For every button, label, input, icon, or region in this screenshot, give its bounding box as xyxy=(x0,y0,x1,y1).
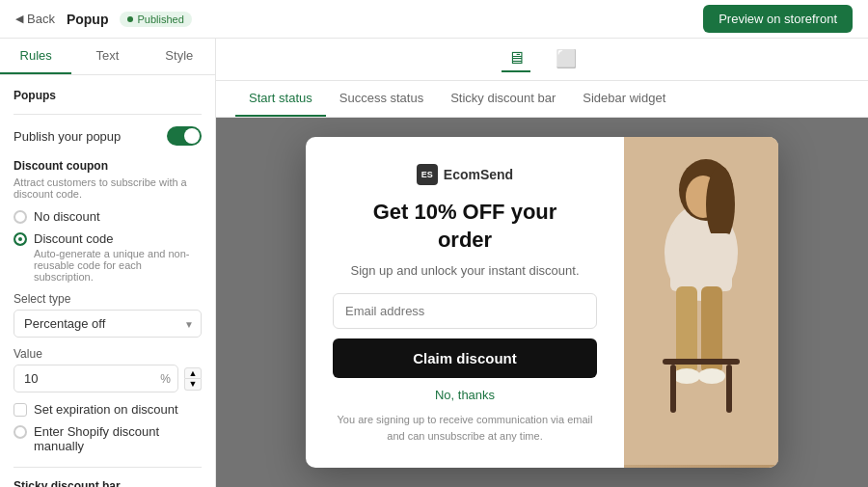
left-tabs: Rules Text Style xyxy=(0,39,215,75)
sticky-bar-label: Sticky discount bar xyxy=(14,479,202,487)
radio-no-discount[interactable]: No discount xyxy=(14,209,202,224)
popup-heading-line2: order xyxy=(438,228,492,252)
radio-no-discount-label: No discount xyxy=(34,209,100,224)
svg-rect-10 xyxy=(663,359,740,365)
radio-discount-code-text: Discount code Auto-generate a unique and… xyxy=(34,231,202,283)
back-button[interactable]: ◀ Back xyxy=(15,12,55,26)
popup-modal: ES EcomSend Get 10% OFF your order Sign … xyxy=(306,137,778,468)
radio-discount-code[interactable]: Discount code Auto-generate a unique and… xyxy=(14,231,202,283)
left-panel: Rules Text Style Popups Publish your pop… xyxy=(0,39,216,487)
divider-1 xyxy=(14,114,202,115)
logo-name: EcomSend xyxy=(444,167,513,182)
top-header: ◀ Back Popup Published Preview on storef… xyxy=(0,0,868,39)
popup-right-image xyxy=(624,137,778,468)
svg-rect-5 xyxy=(670,233,732,291)
svg-rect-11 xyxy=(670,365,676,413)
person-svg xyxy=(624,137,778,465)
tab-text[interactable]: Text xyxy=(71,39,143,74)
discount-radio-group: No discount Discount code Auto-generate … xyxy=(14,209,202,283)
right-tabs: Start status Success status Sticky disco… xyxy=(216,81,868,117)
popup-heading-line1: Get 10% OFF your xyxy=(373,200,557,224)
main-layout: Rules Text Style Popups Publish your pop… xyxy=(0,39,868,487)
radio-no-discount-circle xyxy=(14,210,27,224)
discount-code-subtext: Auto-generate a unique and non-reusable … xyxy=(34,248,202,283)
person-figure xyxy=(624,137,778,468)
radio-discount-code-label: Discount code xyxy=(34,231,202,246)
value-row: % ▲ ▼ xyxy=(14,365,202,392)
right-top-bar: 🖥 ⬜ Start status Success status Sticky d… xyxy=(216,39,868,118)
value-label: Value xyxy=(14,347,202,361)
popup-email-input[interactable] xyxy=(333,293,597,329)
tablet-icon[interactable]: ⬜ xyxy=(550,46,583,72)
badge-dot xyxy=(127,16,133,22)
back-icon: ◀ xyxy=(15,13,23,25)
toggle-knob xyxy=(184,128,200,144)
radio-discount-code-circle xyxy=(14,232,27,246)
popups-section-label: Popups xyxy=(14,89,202,102)
value-input[interactable] xyxy=(14,365,178,392)
logo-icon-text: ES xyxy=(421,170,433,179)
stepper-down-button[interactable]: ▼ xyxy=(184,379,202,391)
tab-sidebar-widget[interactable]: Sidebar widget xyxy=(569,81,679,117)
value-unit: % xyxy=(160,372,171,386)
tab-sticky-discount-bar[interactable]: Sticky discount bar xyxy=(437,81,569,117)
device-icons: 🖥 ⬜ xyxy=(216,39,868,81)
enter-shopify-label: Enter Shopify discount manually xyxy=(34,424,202,453)
popup-disclaimer: You are signing up to receive communicat… xyxy=(333,412,597,444)
published-badge: Published xyxy=(120,12,191,27)
desktop-icon[interactable]: 🖥 xyxy=(502,46,530,72)
tab-style[interactable]: Style xyxy=(144,39,215,74)
divider-2 xyxy=(14,467,202,468)
left-content: Popups Publish your popup Discount coupo… xyxy=(0,75,215,487)
preview-area: ES EcomSend Get 10% OFF your order Sign … xyxy=(216,118,868,487)
right-panel: 🖥 ⬜ Start status Success status Sticky d… xyxy=(216,39,868,487)
popup-heading: Get 10% OFF your order xyxy=(373,199,557,254)
popup-left: ES EcomSend Get 10% OFF your order Sign … xyxy=(306,137,624,468)
popup-logo: ES EcomSend xyxy=(417,164,513,185)
select-type-wrapper: Percentage off Fixed amount off ▼ xyxy=(14,310,202,338)
back-label: Back xyxy=(27,12,55,26)
enter-shopify-circle xyxy=(14,425,27,439)
set-expiration-checkbox[interactable] xyxy=(14,403,27,417)
popup-subtext: Sign up and unlock your instant discount… xyxy=(350,263,579,278)
tab-start-status[interactable]: Start status xyxy=(235,81,326,117)
logo-icon: ES xyxy=(417,164,438,185)
svg-point-4 xyxy=(706,166,735,243)
value-input-wrap: % xyxy=(14,365,178,392)
set-expiration-label: Set expiration on discount xyxy=(34,402,178,417)
discount-coupon-label: Discount coupon xyxy=(14,159,202,173)
claim-discount-button[interactable]: Claim discount xyxy=(333,338,597,378)
stepper-up-button[interactable]: ▲ xyxy=(184,367,202,379)
publish-toggle[interactable] xyxy=(167,126,202,146)
publish-label: Publish your popup xyxy=(14,129,121,144)
tab-rules[interactable]: Rules xyxy=(0,39,71,74)
page-title: Popup xyxy=(67,12,109,27)
header-left: ◀ Back Popup Published xyxy=(15,12,192,27)
select-type-dropdown[interactable]: Percentage off Fixed amount off xyxy=(14,310,202,338)
tab-success-status[interactable]: Success status xyxy=(326,81,437,117)
select-type-label: Select type xyxy=(14,292,202,306)
svg-point-8 xyxy=(673,368,700,384)
svg-point-9 xyxy=(698,368,725,384)
discount-coupon-sublabel: Attract customers to subscribe with a di… xyxy=(14,176,202,200)
publish-toggle-row: Publish your popup xyxy=(14,126,202,146)
svg-rect-12 xyxy=(726,365,732,413)
preview-storefront-button[interactable]: Preview on storefront xyxy=(703,5,853,33)
set-expiration-checkbox-row[interactable]: Set expiration on discount xyxy=(14,402,202,417)
enter-shopify-radio[interactable]: Enter Shopify discount manually xyxy=(14,424,202,453)
value-stepper: ▲ ▼ xyxy=(184,367,202,391)
badge-label: Published xyxy=(137,14,183,25)
no-thanks-link[interactable]: No, thanks xyxy=(435,388,495,402)
